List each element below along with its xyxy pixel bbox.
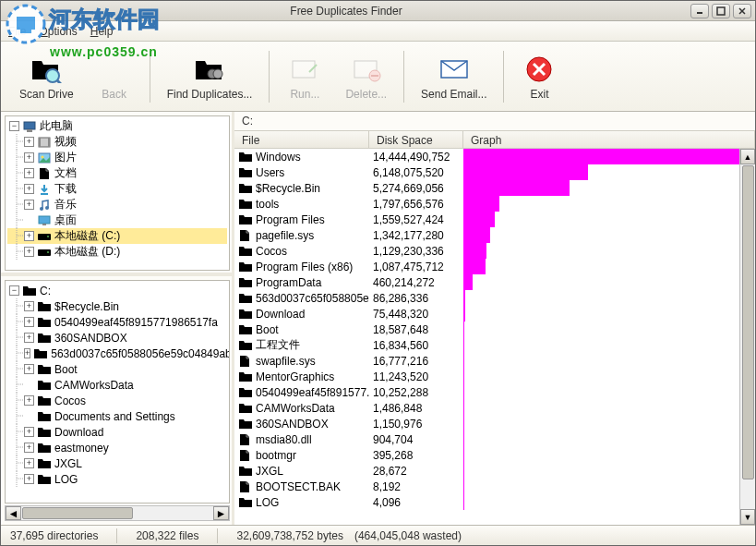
tree-item[interactable]: −此电脑 xyxy=(7,118,227,134)
list-row[interactable]: bootmgr395,268 xyxy=(234,447,755,463)
collapse-toggle[interactable]: − xyxy=(9,285,19,296)
list-row[interactable]: msdia80.dll904,704 xyxy=(234,431,755,447)
list-row[interactable]: CAMWorksData1,486,848 xyxy=(234,400,755,416)
expand-toggle[interactable]: + xyxy=(24,364,34,374)
expand-toggle[interactable]: + xyxy=(24,395,34,406)
expand-toggle[interactable]: + xyxy=(24,474,34,484)
run-button[interactable]: Run... xyxy=(275,46,334,107)
list-vertical-scrollbar[interactable]: ▲ ▼ xyxy=(739,149,755,525)
size-bar xyxy=(463,227,490,243)
tree-item[interactable]: +文档 xyxy=(7,165,227,181)
tree-item[interactable]: CAMWorksData xyxy=(7,377,227,393)
list-row[interactable]: BOOTSECT.BAK8,192 xyxy=(234,479,755,494)
expand-toggle[interactable]: + xyxy=(24,137,34,147)
tree-item[interactable]: +本地磁盘 (D:) xyxy=(7,244,227,260)
size-bar-cell xyxy=(463,243,755,259)
tree-item[interactable]: +本地磁盘 (C:) xyxy=(7,228,227,244)
tree-item[interactable]: −C: xyxy=(7,283,227,298)
list-row[interactable]: 360SANDBOX1,150,976 xyxy=(234,416,755,431)
exit-button[interactable]: Exit xyxy=(510,46,569,107)
list-row[interactable]: 563d0037c65f058805e...86,286,336 xyxy=(234,290,755,306)
list-row[interactable]: Download75,448,320 xyxy=(234,306,755,322)
menu-options[interactable]: Options xyxy=(39,25,77,38)
tree-horizontal-scrollbar[interactable]: ◄ ► xyxy=(5,505,230,521)
find-duplicates-button[interactable]: Find Duplicates... xyxy=(156,46,264,107)
file-size: 395,268 xyxy=(369,449,463,462)
tree-item[interactable]: +eastmoney xyxy=(7,440,227,455)
expand-toggle[interactable]: + xyxy=(24,152,34,163)
menu-file[interactable]: File xyxy=(8,25,26,38)
scroll-right-arrow[interactable]: ► xyxy=(213,506,229,520)
maximize-button[interactable] xyxy=(712,4,730,18)
list-row[interactable]: ProgramData460,214,272 xyxy=(234,274,755,290)
expand-toggle[interactable]: + xyxy=(24,427,34,437)
expand-toggle[interactable]: + xyxy=(24,168,34,178)
collapse-toggle[interactable]: − xyxy=(9,121,19,131)
expand-toggle[interactable]: + xyxy=(24,184,34,194)
expand-toggle[interactable]: + xyxy=(24,333,34,343)
scrollbar-thumb[interactable] xyxy=(22,507,133,519)
file-size: 10,252,288 xyxy=(369,386,463,399)
tree-item[interactable]: +0540499eaf45f8915771986517fa xyxy=(7,314,227,330)
tree-item[interactable]: +Download xyxy=(7,424,227,440)
scan-drive-button[interactable]: Scan Drive xyxy=(8,46,85,107)
scroll-left-arrow[interactable]: ◄ xyxy=(6,506,21,520)
column-file[interactable]: File xyxy=(234,131,369,148)
tree-item[interactable]: +音乐 xyxy=(7,197,227,212)
list-row[interactable]: MentorGraphics11,243,520 xyxy=(234,369,755,384)
scroll-up-arrow[interactable]: ▲ xyxy=(740,149,755,164)
list-row[interactable]: Program Files (x86)1,087,475,712 xyxy=(234,259,755,274)
close-button[interactable] xyxy=(733,4,751,18)
list-row[interactable]: LOG4,096 xyxy=(234,494,755,510)
send-email-button[interactable]: Send Email... xyxy=(410,46,498,107)
expand-toggle[interactable]: + xyxy=(24,247,34,257)
folder-tree[interactable]: −C:+$Recycle.Bin+0540499eaf45f8915771986… xyxy=(5,280,230,504)
expand-toggle[interactable]: + xyxy=(24,231,34,241)
expand-toggle[interactable]: + xyxy=(24,443,34,453)
tree-item[interactable]: +下载 xyxy=(7,181,227,197)
column-disk-space[interactable]: Disk Space xyxy=(369,131,463,148)
tree-item[interactable]: Documents and Settings xyxy=(7,408,227,424)
list-row[interactable]: $Recycle.Bin5,274,669,056 xyxy=(234,180,755,196)
list-row[interactable]: swapfile.sys16,777,216 xyxy=(234,353,755,369)
file-list[interactable]: Windows14,444,490,752Users6,148,075,520$… xyxy=(234,149,755,525)
scrollbar-thumb[interactable] xyxy=(742,165,754,479)
titlebar[interactable]: Free Duplicates Finder xyxy=(1,1,755,21)
delete-button[interactable]: Delete... xyxy=(334,46,398,107)
tree-item[interactable]: +Boot xyxy=(7,361,227,377)
scroll-down-arrow[interactable]: ▼ xyxy=(740,509,755,525)
list-row[interactable]: Cocos1,129,230,336 xyxy=(234,243,755,259)
list-row[interactable]: pagefile.sys1,342,177,280 xyxy=(234,227,755,243)
list-row[interactable]: tools1,797,656,576 xyxy=(234,196,755,212)
tree-item[interactable]: +图片 xyxy=(7,150,227,165)
expand-toggle[interactable]: + xyxy=(24,301,34,311)
status-directories: 37,695 directories xyxy=(10,529,98,542)
list-row[interactable]: Users6,148,075,520 xyxy=(234,164,755,180)
minimize-button[interactable] xyxy=(690,4,709,18)
file-name: BOOTSECT.BAK xyxy=(256,480,341,493)
drive-tree[interactable]: −此电脑+视频+图片+文档+下载+音乐桌面+本地磁盘 (C:)+本地磁盘 (D:… xyxy=(5,115,230,271)
tree-item[interactable]: +Cocos xyxy=(7,393,227,408)
tree-item[interactable]: +JXGL xyxy=(7,455,227,471)
menu-help[interactable]: Help xyxy=(90,25,114,38)
tree-item[interactable]: +360SANDBOX xyxy=(7,330,227,346)
list-row[interactable]: 工程文件16,834,560 xyxy=(234,337,755,353)
column-graph[interactable]: Graph xyxy=(463,131,755,148)
size-bar-cell xyxy=(463,384,755,400)
list-row[interactable]: Boot18,587,648 xyxy=(234,322,755,337)
expand-toggle[interactable]: + xyxy=(24,458,34,468)
tree-item[interactable]: +563d0037c65f0588056e59c04849ab xyxy=(7,346,227,361)
list-row[interactable]: Windows14,444,490,752 xyxy=(234,149,755,164)
expand-toggle[interactable]: + xyxy=(24,348,30,358)
back-button[interactable]: Back xyxy=(85,46,144,107)
list-row[interactable]: 0540499eaf45f891577...10,252,288 xyxy=(234,384,755,400)
tree-item[interactable]: 桌面 xyxy=(7,212,227,228)
tree-item[interactable]: +视频 xyxy=(7,134,227,150)
list-row[interactable]: Program Files1,559,527,424 xyxy=(234,212,755,227)
horizontal-splitter[interactable] xyxy=(1,273,232,276)
tree-item[interactable]: +LOG xyxy=(7,471,227,487)
tree-item[interactable]: +$Recycle.Bin xyxy=(7,298,227,314)
expand-toggle[interactable]: + xyxy=(24,317,34,327)
expand-toggle[interactable]: + xyxy=(24,200,34,210)
list-row[interactable]: JXGL28,672 xyxy=(234,463,755,479)
